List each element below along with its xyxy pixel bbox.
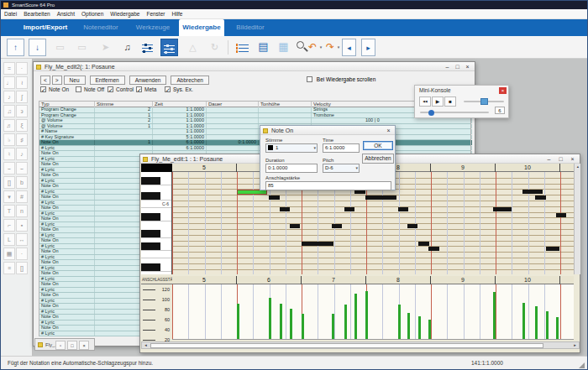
palette-button-3[interactable]: ♫ bbox=[3, 105, 15, 117]
tab-import-export[interactable]: Import/Export bbox=[16, 19, 75, 36]
prev-page-button[interactable]: ◂ bbox=[342, 39, 356, 56]
close-icon[interactable]: × bbox=[499, 87, 507, 94]
note-block[interactable] bbox=[522, 190, 543, 194]
note-block[interactable] bbox=[398, 207, 408, 211]
piano-keys[interactable]: C-6 bbox=[141, 172, 172, 274]
palette-button-6[interactable]: ♮ bbox=[3, 148, 15, 160]
redo-icon[interactable]: ↷ bbox=[324, 39, 336, 56]
velocity-bar[interactable] bbox=[237, 304, 239, 341]
cancel-button[interactable]: Abbrechen bbox=[171, 76, 208, 85]
maximize-button[interactable]: □ bbox=[555, 155, 566, 163]
velocity-bar[interactable] bbox=[535, 306, 538, 340]
pitch-select[interactable]: D-6 ▾ bbox=[323, 164, 360, 173]
tab-bildeditor[interactable]: Bildeditor bbox=[224, 19, 276, 36]
apply-button[interactable]: Anwenden bbox=[129, 76, 167, 85]
palette-button-23[interactable]: b bbox=[16, 176, 28, 189]
resize-grip[interactable] bbox=[579, 362, 585, 368]
velocity-bar[interactable] bbox=[407, 313, 410, 341]
print-ghost-icon[interactable]: ▭ bbox=[73, 39, 91, 56]
scroll-left-arrow[interactable]: ◂ bbox=[142, 342, 150, 348]
palette-button-1[interactable]: ♩ bbox=[3, 76, 15, 89]
ok-button[interactable]: OK bbox=[363, 141, 393, 150]
playback-settings-icon[interactable] bbox=[160, 39, 178, 56]
position-slider[interactable] bbox=[420, 112, 489, 113]
prev-event-button[interactable]: < bbox=[40, 76, 50, 85]
minimize-button[interactable]: – bbox=[543, 155, 554, 163]
cancel-button[interactable]: Abbrechen bbox=[362, 154, 394, 164]
velocity-input[interactable]: 85 bbox=[265, 181, 391, 190]
mini-console-titlebar[interactable]: Mini-Konsole × bbox=[415, 86, 508, 95]
slider-handle[interactable] bbox=[428, 110, 434, 116]
note-block[interactable] bbox=[302, 242, 333, 246]
restore-button[interactable]: ▫ bbox=[55, 341, 66, 350]
note-block[interactable] bbox=[365, 195, 396, 200]
velocity-bar[interactable] bbox=[493, 292, 496, 341]
velocity-bar[interactable] bbox=[354, 294, 357, 340]
menu-hilfe[interactable]: Hilfe bbox=[168, 9, 186, 18]
grid-view-icon[interactable]: ▦ bbox=[275, 39, 292, 56]
menu-wiedergabe[interactable]: Wiedergabe bbox=[107, 9, 143, 18]
console-view-icon[interactable]: ▤ bbox=[255, 39, 272, 56]
palette-button-11[interactable]: ⌐ bbox=[3, 219, 15, 232]
velocity-bar[interactable] bbox=[344, 305, 347, 340]
scan-ghost-icon[interactable]: ▭ bbox=[51, 39, 69, 56]
close-button[interactable]: × bbox=[383, 127, 394, 134]
menu-ansicht[interactable]: Ansicht bbox=[54, 9, 78, 18]
velocity-graph[interactable] bbox=[172, 284, 574, 340]
note-block[interactable] bbox=[418, 242, 429, 246]
palette-button-16[interactable]: ≀ bbox=[16, 76, 28, 89]
mixer-icon[interactable] bbox=[139, 39, 156, 56]
velocity-bar[interactable] bbox=[269, 298, 271, 340]
column-header-typ[interactable]: Typ bbox=[39, 102, 95, 107]
filter-note-on-checkbox[interactable]: ✓Note On bbox=[40, 86, 76, 95]
measure-ruler-velocity[interactable]: 5678910 bbox=[172, 276, 574, 284]
filter-meta-checkbox[interactable]: ✓Meta bbox=[136, 86, 165, 95]
close-button[interactable]: × bbox=[462, 63, 473, 70]
velocity-bar[interactable] bbox=[280, 304, 282, 341]
filter-sys-ex-checkbox[interactable]: ✓Sys. Ex. bbox=[165, 86, 202, 95]
close-button[interactable]: × bbox=[567, 155, 578, 163]
menu-optionen[interactable]: Optionen bbox=[78, 9, 107, 18]
velocity-bar[interactable] bbox=[428, 320, 431, 340]
stop-button[interactable]: ■ bbox=[444, 96, 456, 107]
redo-caret-icon[interactable]: ▾ bbox=[336, 39, 341, 56]
slider-handle[interactable] bbox=[480, 98, 488, 105]
velocity-bar[interactable] bbox=[418, 316, 421, 341]
loop-ghost-icon[interactable]: ↻ bbox=[206, 39, 223, 56]
palette-button-29[interactable]: [] bbox=[16, 262, 28, 274]
menu-fenster[interactable]: Fenster bbox=[143, 9, 168, 18]
note-block[interactable] bbox=[493, 207, 512, 211]
play-button[interactable]: ▶ bbox=[432, 96, 444, 107]
duration-input[interactable]: 0:1.0000 bbox=[265, 164, 318, 173]
palette-button-22[interactable]: ⌣ bbox=[16, 162, 28, 175]
note-block[interactable] bbox=[546, 247, 559, 251]
measure-value-box[interactable]: 6 bbox=[495, 107, 505, 114]
menu-bearbeiten[interactable]: Bearbeiten bbox=[20, 9, 53, 18]
undo-icon[interactable]: ↶ bbox=[307, 39, 318, 56]
tab-noteneditor[interactable]: Noteneditor bbox=[75, 19, 127, 36]
note-block[interactable] bbox=[407, 224, 417, 228]
palette-button-10[interactable]: T bbox=[3, 205, 15, 217]
event-window-titlebar[interactable]: Fly_Me_edit2(: 1: Posaune – □ × bbox=[34, 62, 475, 71]
palette-button-9[interactable]: ▾ bbox=[3, 190, 15, 203]
note-block[interactable] bbox=[237, 190, 267, 195]
palette-button-28[interactable]: · bbox=[16, 248, 28, 260]
scroll-up-arrow[interactable]: ▴ bbox=[575, 164, 581, 170]
velocity-bar[interactable] bbox=[398, 305, 401, 340]
velocity-bar[interactable] bbox=[332, 314, 334, 340]
palette-button-19[interactable]: ξ bbox=[16, 119, 28, 132]
tab-wiedergabe[interactable]: Wiedergabe bbox=[179, 19, 224, 36]
horizontal-scrollbar[interactable]: ◂ ▸ bbox=[141, 341, 580, 349]
rewind-button[interactable]: ◀◀ bbox=[419, 96, 431, 107]
velocity-bar[interactable] bbox=[302, 314, 304, 340]
filter-note-off-checkbox[interactable]: Note Off bbox=[76, 86, 108, 95]
minimized-window[interactable]: Fly_... ▫ □ × bbox=[34, 338, 95, 351]
dialog-titlebar[interactable]: Note On × bbox=[260, 126, 395, 135]
palette-button-18[interactable]: ϶ bbox=[16, 105, 28, 117]
palette-button-24[interactable]: # bbox=[16, 190, 28, 203]
cursor-ghost-icon[interactable]: ➤ bbox=[97, 39, 114, 56]
export-button[interactable]: ↓ bbox=[29, 39, 46, 56]
velocity-bar[interactable] bbox=[556, 317, 559, 341]
vertical-scrollbar[interactable]: ▴ bbox=[574, 164, 580, 274]
column-header-dauer[interactable]: Dauer bbox=[207, 102, 259, 107]
